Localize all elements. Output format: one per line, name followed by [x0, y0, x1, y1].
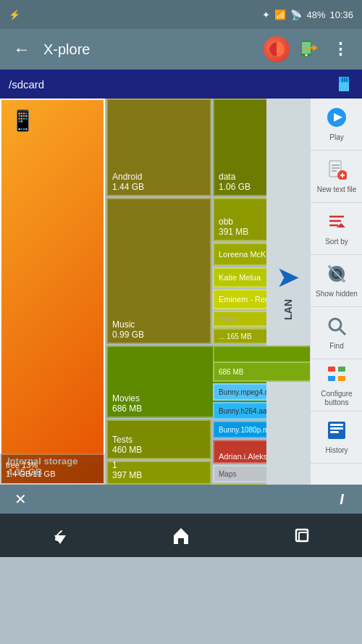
battery-label: 48% — [306, 9, 325, 20]
svg-rect-38 — [296, 530, 308, 541]
time-label: 10:36 — [329, 9, 353, 20]
history-icon — [327, 420, 347, 445]
app-bar-icons: ⋮ — [264, 36, 353, 62]
history-label: History — [325, 446, 348, 455]
svg-line-28 — [340, 329, 345, 335]
obb-label: obb391 MB — [219, 217, 248, 237]
cursor-button[interactable]: I — [327, 486, 356, 512]
current-path: /sdcard — [9, 78, 44, 91]
file-tree-area[interactable]: 📱 Internal storage 4.35 GB free 13% 1.4 … — [0, 99, 310, 485]
sort-by-label: Sort by — [325, 238, 348, 246]
show-hidden-icon — [327, 264, 347, 288]
status-bar: ⚡ ✦ 📶 📡 48% 10:36 — [0, 0, 362, 29]
tests-label: Tests460 MB — [112, 435, 142, 455]
svg-rect-7 — [344, 78, 345, 82]
configure-buttons-icon — [327, 364, 347, 388]
enya-label: Enya — [219, 315, 235, 323]
play-label: Play — [329, 133, 343, 142]
svg-point-2 — [306, 54, 308, 57]
home-nav-button[interactable] — [159, 514, 203, 557]
svg-rect-6 — [342, 78, 343, 82]
find-button[interactable]: Find — [311, 307, 362, 359]
path-bar: /sdcard — [0, 70, 362, 99]
free-label: free 13% 1.4 GB/11 GB — [6, 461, 55, 478]
block-android[interactable]: Android1.44 GB — [106, 99, 211, 196]
block-free: free 13% 1.4 GB/11 GB — [0, 453, 105, 485]
more-options-button[interactable]: ⋮ — [327, 36, 353, 62]
165mb-label: ... 165 MB — [219, 333, 252, 340]
home-nav-icon — [171, 525, 191, 545]
app-title: X-plore — [43, 41, 255, 58]
recents-nav-icon — [292, 525, 312, 545]
find-label: Find — [329, 342, 343, 351]
sort-by-button[interactable]: Sort by — [311, 203, 362, 255]
show-hidden-label: Show hidden — [316, 290, 358, 298]
bottom-toolbar: ✕ I — [0, 485, 362, 514]
history-button[interactable]: History — [311, 411, 362, 464]
block-tests[interactable]: Tests460 MB — [106, 419, 211, 459]
lan-label: LAN — [279, 296, 297, 323]
theme-icon[interactable] — [264, 36, 290, 62]
sort-by-icon — [327, 212, 347, 236]
new-text-file-label: New text file — [317, 185, 356, 194]
play-button[interactable]: Play — [311, 99, 362, 151]
svg-rect-35 — [330, 424, 343, 426]
svg-point-29 — [332, 321, 336, 325]
nav-bar — [0, 514, 362, 557]
android-label: Android1.44 GB — [112, 172, 144, 192]
usb-icon: ⚡ — [9, 9, 20, 20]
phone-icon: 📱 — [10, 109, 35, 133]
1-label: 1397 MB — [112, 460, 142, 480]
svg-rect-33 — [338, 376, 345, 381]
svg-rect-39 — [299, 532, 308, 541]
show-hidden-button[interactable]: Show hidden — [311, 255, 362, 307]
block-music[interactable]: Music0.99 GB — [106, 198, 211, 344]
data-label: data1.06 GB — [219, 172, 251, 192]
new-text-file-icon — [327, 159, 347, 184]
right-panel: Play New text file — [310, 99, 362, 485]
lan-panel[interactable]: ➤ LAN — [266, 99, 310, 485]
back-nav-button[interactable] — [38, 514, 82, 557]
cursor-icon: I — [340, 491, 344, 508]
close-icon: ✕ — [14, 490, 27, 508]
svg-rect-31 — [338, 367, 345, 372]
block-1[interactable]: 1397 MB — [106, 461, 211, 485]
katie-label: Katie Melua — [219, 273, 261, 282]
back-button[interactable]: ← — [9, 36, 35, 62]
recents-nav-button[interactable] — [280, 514, 324, 557]
status-right: ✦ 📶 📡 48% 10:36 — [262, 9, 353, 20]
movies-label: Movies686 MB — [112, 393, 142, 414]
svg-rect-8 — [346, 78, 348, 82]
play-icon — [327, 107, 347, 132]
svg-rect-36 — [330, 427, 343, 430]
find-icon — [327, 316, 347, 340]
svg-rect-37 — [330, 431, 339, 433]
app-bar: ← X-plore ⋮ — [0, 29, 362, 70]
configure-buttons-button[interactable]: Configure buttons — [311, 359, 362, 411]
close-button[interactable]: ✕ — [6, 486, 35, 512]
signal-icon: 📡 — [290, 9, 302, 20]
share-icon[interactable] — [295, 36, 321, 62]
svg-rect-30 — [328, 367, 335, 372]
back-nav-icon — [50, 525, 70, 545]
maps-label: Maps — [219, 470, 236, 478]
status-left: ⚡ — [9, 9, 20, 20]
bluetooth-icon: ✦ — [262, 9, 270, 20]
configure-buttons-label: Configure buttons — [311, 390, 362, 407]
wifi-icon: 📶 — [274, 9, 286, 20]
music-label: Music0.99 GB — [112, 319, 144, 340]
sdcard-icon — [336, 75, 353, 93]
new-text-file-button[interactable]: New text file — [311, 151, 362, 203]
block-internal-storage[interactable]: 📱 Internal storage 4.35 GB — [0, 99, 105, 485]
svg-rect-32 — [328, 376, 335, 381]
686mb-label: 686 MB — [219, 368, 243, 376]
block-686mb[interactable]: 686 MB — [213, 361, 310, 382]
lan-arrow-icon: ➤ — [276, 260, 300, 293]
main-content: 📱 Internal storage 4.35 GB free 13% 1.4 … — [0, 99, 362, 485]
